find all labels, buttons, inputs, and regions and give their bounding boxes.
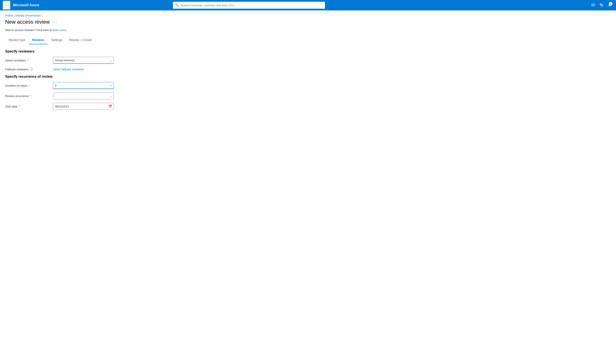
- svg-rect-2: [602, 5, 603, 6]
- start-date-required: *: [19, 105, 20, 108]
- select-reviewers-label: Select reviewers *: [5, 59, 53, 62]
- duration-row: Duration (in days) * ✓: [5, 82, 299, 89]
- select-reviewers-row: Select reviewers * Group owner(s) ⌄: [5, 57, 299, 64]
- notification-count: 2: [609, 2, 613, 5]
- hamburger-menu-button[interactable]: ☰: [3, 1, 10, 10]
- review-recurrence-label: Review recurrence *: [5, 94, 53, 98]
- duration-required: *: [29, 84, 30, 87]
- specify-recurrence-title: Specify recurrence of review: [5, 75, 299, 78]
- start-date-label: Start date *: [5, 105, 53, 108]
- tabs-container: Review type Reviews Settings Review + Cr…: [5, 36, 299, 44]
- fallback-reviewers-label: Fallback reviewers ⓘ: [5, 67, 53, 71]
- select-reviewers-required: *: [27, 59, 28, 62]
- app-brand: Microsoft Azure: [13, 3, 39, 7]
- fallback-info-icon[interactable]: ⓘ: [30, 67, 33, 71]
- cloud-shell-button[interactable]: [589, 1, 597, 9]
- select-fallback-reviewers-link[interactable]: Select fallback reviewers: [53, 68, 84, 71]
- info-text: New to access reviews? Click here to: [5, 28, 52, 32]
- specify-reviewers-title: Specify reviewers: [5, 50, 299, 53]
- fallback-reviewers-row: Fallback reviewers ⓘ Select fallback rev…: [5, 67, 299, 71]
- breadcrumb-identity-governance[interactable]: Identity Governance: [15, 14, 41, 17]
- topbar: ☰ Microsoft Azure 🔍 2: [0, 0, 616, 10]
- review-recurrence-row: Review recurrence * ⌄: [5, 92, 299, 99]
- start-date-input[interactable]: [53, 103, 114, 110]
- checkmark-icon: ✓: [109, 84, 112, 87]
- breadcrumb-sep-2: ›: [41, 14, 42, 17]
- notification-button[interactable]: 2: [606, 1, 613, 9]
- svg-rect-1: [600, 3, 602, 5]
- select-reviewers-wrapper: Group owner(s) ⌄: [53, 57, 114, 64]
- recurrence-required: *: [30, 94, 31, 98]
- main-content: Home › Identity Governance › New access …: [0, 10, 304, 117]
- search-icon: 🔍: [175, 3, 179, 7]
- tab-reviews[interactable]: Reviews: [29, 36, 48, 44]
- search-container: 🔍: [173, 2, 325, 9]
- duration-label: Duration (in days) *: [5, 84, 53, 87]
- learn-more-link[interactable]: learn more.: [53, 28, 67, 32]
- start-date-wrapper: 📅: [53, 103, 114, 110]
- page-title: New access review: [5, 19, 50, 25]
- search-input[interactable]: [173, 2, 325, 9]
- start-date-row: Start date * 📅: [5, 103, 299, 110]
- topbar-icons: 2: [589, 1, 613, 9]
- page-title-row: New access review ···: [5, 19, 299, 25]
- duration-input[interactable]: [53, 82, 114, 89]
- info-line: New to access reviews? Click here to lea…: [5, 28, 299, 32]
- calendar-icon[interactable]: 📅: [108, 105, 112, 108]
- breadcrumb: Home › Identity Governance ›: [5, 14, 299, 17]
- duration-input-wrapper: ✓: [53, 82, 114, 89]
- tab-review-create[interactable]: Review + Create: [66, 36, 95, 44]
- breadcrumb-sep-1: ›: [14, 14, 14, 17]
- select-reviewers-dropdown[interactable]: Group owner(s): [53, 57, 114, 64]
- more-options-button[interactable]: ···: [52, 20, 57, 25]
- breadcrumb-home[interactable]: Home: [5, 14, 13, 17]
- directory-button[interactable]: [598, 1, 605, 9]
- review-recurrence-wrapper: ⌄: [53, 92, 114, 99]
- tab-settings[interactable]: Settings: [48, 36, 66, 44]
- tab-review-type[interactable]: Review type: [5, 36, 29, 44]
- review-recurrence-dropdown[interactable]: [53, 92, 114, 99]
